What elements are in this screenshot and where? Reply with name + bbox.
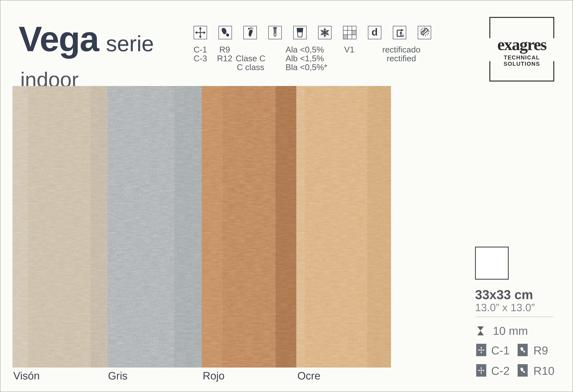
shoe-print-icon <box>219 26 231 39</box>
shoe-print-icon <box>519 367 526 374</box>
absorption-cert-box <box>293 26 307 39</box>
rectified-cert-box <box>393 26 406 39</box>
label-line: rectificado <box>373 45 429 54</box>
rating-slip-1-value: R9 <box>533 345 548 356</box>
label-line: Alb <1,5% <box>286 54 341 63</box>
beaker-icon <box>294 26 306 39</box>
label-line: rectified <box>373 54 429 63</box>
rating-expansion-1-value: C-1 <box>491 345 510 356</box>
swatch-ocre-texture <box>296 86 391 368</box>
catalog-page: Vega serie indoor acabados.finishes <box>0 0 573 392</box>
size-cm: 33x33 cm <box>475 288 533 301</box>
chemical-cert-box <box>268 26 282 39</box>
swatch-vison-texture <box>12 86 107 368</box>
test-tube-icon <box>269 26 281 39</box>
shade-variation-label: V1 <box>321 45 377 54</box>
expand-arrows-icon <box>194 26 206 39</box>
thickness-hourglass-icon <box>477 326 484 336</box>
rectified-icon <box>393 26 406 39</box>
barefoot-print-icon <box>244 26 256 39</box>
swatch-gris <box>107 86 202 368</box>
brand-tagline: TECHNICAL SOLUTIONS <box>489 54 554 67</box>
label-line: C class <box>223 63 279 71</box>
rating-expansion-2-value: C-2 <box>491 365 510 377</box>
tile-format-square <box>475 247 509 280</box>
series-name: Vega <box>18 21 99 57</box>
swatch-rojo <box>202 86 296 368</box>
specs-divider <box>476 317 553 317</box>
frost-cert-box <box>318 26 332 39</box>
letter-d-icon: d <box>372 27 378 37</box>
swatch-ocre <box>296 86 391 368</box>
shade-variation-grid-icon <box>343 26 357 39</box>
slip-barefoot-cert-box <box>243 26 257 39</box>
swatch-rojo-texture <box>202 86 296 368</box>
page-title: Vega serie <box>18 21 154 57</box>
swatch-vison <box>12 86 107 368</box>
label-line: V1 <box>321 45 377 54</box>
slip-barefoot-labels: Clase C C class <box>223 54 279 71</box>
swatch-label-vison: Visón <box>13 371 40 381</box>
rating-slip-1-square <box>518 344 528 356</box>
antibacterial-cert-box <box>418 26 431 39</box>
size-inch: 13.0” x 13.0” <box>475 302 535 313</box>
swatch-gris-texture <box>107 86 202 368</box>
expand-arrows-icon <box>477 367 485 374</box>
expand-arrows-icon <box>477 346 485 354</box>
label-line: Bla <0,5%* <box>286 63 341 71</box>
swatch-label-rojo: Rojo <box>203 371 225 381</box>
shoe-print-icon <box>519 346 526 354</box>
slip-shoe-cert-box <box>218 26 232 39</box>
snowflake-icon <box>319 26 331 39</box>
density-cert-box: d <box>368 26 381 39</box>
rating-slip-2-square <box>518 364 528 377</box>
rating-expansion-1-square <box>476 344 486 356</box>
swatch-label-gris: Gris <box>108 371 127 381</box>
brand-name: exagres <box>489 35 554 54</box>
swatch-strip <box>12 86 391 368</box>
bacteria-icon <box>418 26 430 39</box>
label-line: Clase C <box>223 54 279 63</box>
series-suffix: serie <box>106 33 154 54</box>
rating-slip-2-value: R10 <box>533 365 555 377</box>
label-line: R9 <box>197 45 253 54</box>
expansion-cert-box <box>194 26 207 39</box>
thickness-value: 10 mm <box>493 325 528 337</box>
rating-expansion-2-square <box>476 364 486 377</box>
brand-logo: exagres TECHNICAL SOLUTIONS <box>489 17 554 82</box>
rectified-labels: rectificado rectified <box>373 45 429 63</box>
swatch-label-ocre: Ocre <box>297 371 321 381</box>
